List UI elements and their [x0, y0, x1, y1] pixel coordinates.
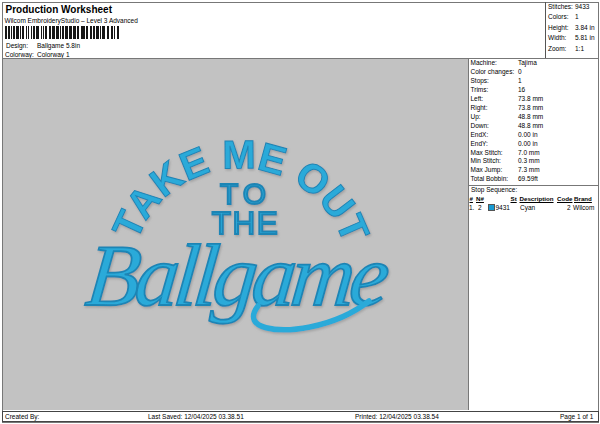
svg-text:Ballgame: Ballgame [82, 226, 393, 324]
